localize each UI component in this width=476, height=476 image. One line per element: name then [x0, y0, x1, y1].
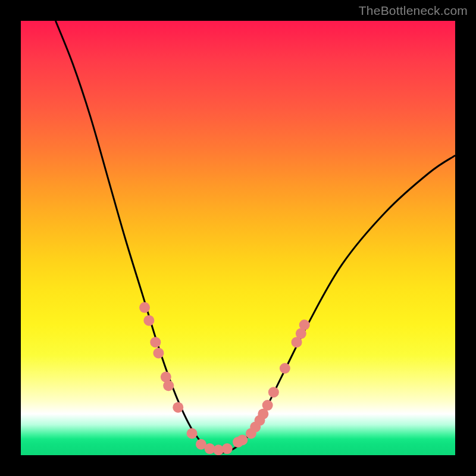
curve-line [55, 21, 455, 453]
data-dot [150, 337, 161, 347]
data-dot [299, 320, 310, 330]
data-dot [187, 428, 198, 439]
data-dot [163, 380, 174, 391]
data-dot [222, 443, 233, 454]
data-dot [280, 363, 290, 374]
plot-area [21, 21, 455, 455]
data-dot [268, 387, 279, 397]
data-dot [143, 315, 154, 326]
data-dot [262, 400, 273, 411]
watermark-text: TheBottleneck.com [359, 4, 468, 18]
data-dots [139, 302, 310, 455]
data-dot [153, 347, 164, 358]
data-dot [139, 302, 150, 313]
data-dot [173, 402, 183, 413]
outer-frame: TheBottleneck.com [0, 0, 476, 476]
data-dot [237, 434, 248, 445]
curve-svg [21, 21, 455, 455]
